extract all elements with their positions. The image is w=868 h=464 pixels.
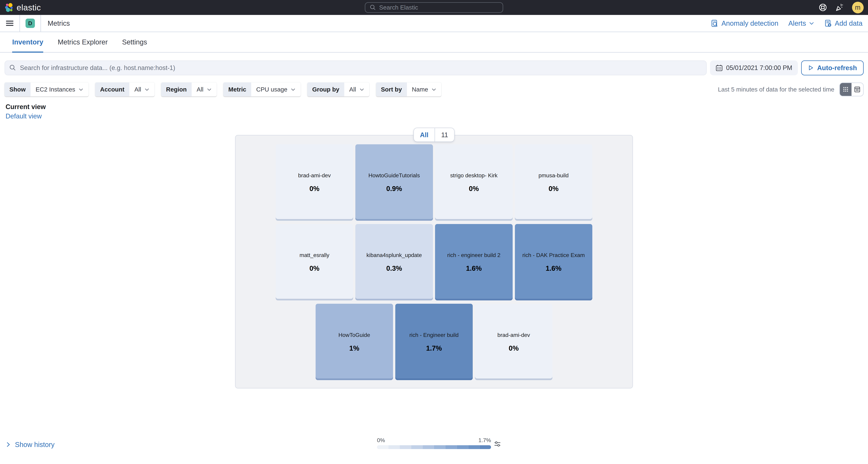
nav-left: D Metrics: [5, 15, 70, 32]
filter-label: Group by: [307, 83, 344, 96]
waffle-node-pmusa-build[interactable]: pmusa-build0%: [515, 144, 592, 221]
alerts-menu[interactable]: Alerts: [788, 20, 814, 27]
waffle-node-kibana4splunk-update[interactable]: kibana4splunk_update0.3%: [355, 224, 433, 301]
divider: [40, 15, 41, 32]
help-icon[interactable]: [819, 3, 827, 12]
node-name: HowToGuide: [335, 332, 373, 338]
table-view-toggle[interactable]: [851, 83, 863, 96]
waffle-node-rich-engineer-build[interactable]: rich - Engineer build1.7%: [395, 304, 473, 380]
chevron-right-icon: [5, 442, 11, 447]
group-toggle-count[interactable]: 11: [435, 128, 454, 142]
filter-value-dropdown[interactable]: All: [344, 83, 369, 96]
waffle-node-brad-ami-dev[interactable]: brad-ami-dev0%: [475, 304, 552, 380]
waffle-node-rich-engineer-build-2[interactable]: rich - engineer build 21.6%: [435, 224, 513, 301]
infra-search-input[interactable]: Search for infrastructure data... (e.g. …: [4, 60, 707, 75]
filter-value-dropdown[interactable]: EC2 Instances: [31, 83, 88, 96]
filter-show[interactable]: ShowEC2 Instances: [4, 83, 89, 96]
filter-group-by[interactable]: Group byAll: [307, 83, 369, 96]
filter-row: ShowEC2 InstancesAccountAllRegionAllMetr…: [4, 83, 864, 96]
filter-value-text: Name: [412, 86, 428, 93]
legend-gradient-bar[interactable]: [377, 445, 491, 449]
node-value: 0%: [309, 265, 319, 272]
global-search-placeholder: Search Elastic: [379, 4, 418, 11]
node-name: brad-ami-dev: [295, 172, 334, 179]
group-toggle: All 11: [414, 128, 454, 142]
filter-metric[interactable]: MetricCPU usage: [223, 83, 301, 96]
node-value: 0.3%: [386, 265, 402, 272]
elastic-logo-icon: [4, 3, 14, 12]
divider: [20, 15, 20, 32]
filter-value-dropdown[interactable]: All: [192, 83, 217, 96]
tile-row: brad-ami-dev0%HowtoGuideTutorials0.9%str…: [276, 144, 592, 221]
node-value: 1%: [349, 344, 359, 352]
node-name: pmusa-build: [535, 172, 572, 179]
legend-step: [389, 445, 400, 449]
add-data-link[interactable]: Add data: [824, 20, 863, 27]
global-search-input[interactable]: Search Elastic: [365, 2, 503, 13]
filter-value-dropdown[interactable]: CPU usage: [251, 83, 301, 96]
filter-value-dropdown[interactable]: Name: [407, 83, 441, 96]
node-name: brad-ami-dev: [494, 332, 533, 338]
show-history-link[interactable]: Show history: [5, 441, 55, 448]
avatar[interactable]: m: [852, 2, 864, 13]
menu-icon[interactable]: [5, 19, 14, 27]
node-name: rich - DAK Practice Exam: [519, 252, 588, 258]
auto-refresh-button[interactable]: Auto-refresh: [801, 60, 864, 75]
waffle-map-icon: [843, 86, 849, 92]
auto-refresh-label: Auto-refresh: [817, 64, 857, 72]
tab-inventory[interactable]: Inventory: [12, 32, 43, 52]
filter-value-dropdown[interactable]: All: [129, 83, 154, 96]
default-view-link[interactable]: Default view: [5, 112, 868, 120]
filter-right: Last 5 minutes of data for the selected …: [718, 83, 864, 96]
filter-account[interactable]: AccountAll: [95, 83, 155, 96]
filter-value-text: EC2 Instances: [36, 86, 75, 93]
anomaly-detection-link[interactable]: Anomaly detection: [711, 20, 778, 27]
chevron-down-icon: [290, 87, 296, 92]
newsfeed-icon[interactable]: [835, 3, 844, 12]
date-picker-value: 05/01/2021 7:00:00 PM: [726, 64, 792, 71]
filter-sort-by[interactable]: Sort byName: [376, 83, 441, 96]
waffle-node-rich-dak-practice-exam[interactable]: rich - DAK Practice Exam1.6%: [515, 224, 592, 301]
space-badge[interactable]: D: [26, 19, 35, 28]
date-picker[interactable]: 05/01/2021 7:00:00 PM: [710, 60, 798, 75]
waffle-node-matt-esrally[interactable]: matt_esrally0%: [276, 224, 353, 301]
view-block: Current view Default view: [5, 103, 868, 120]
map-view-toggle[interactable]: [840, 83, 851, 96]
waffle-node-howtoguidetutorials[interactable]: HowtoGuideTutorials0.9%: [355, 144, 433, 221]
waffle-node-howtoguide[interactable]: HowToGuide1%: [316, 304, 393, 380]
legend-step: [377, 445, 389, 449]
breadcrumb: Metrics: [48, 20, 70, 27]
elastic-logo[interactable]: elastic: [4, 3, 41, 12]
show-history-label: Show history: [15, 441, 55, 448]
group-toggle-all[interactable]: All: [414, 128, 435, 142]
node-value: 0%: [509, 344, 519, 352]
node-value: 1.6%: [466, 265, 482, 272]
legend-step: [457, 445, 468, 449]
chevron-down-icon: [79, 87, 84, 92]
filter-value-text: All: [349, 86, 356, 93]
metrics-inventory-page: elastic Search Elastic: [0, 0, 868, 454]
waffle-node-brad-ami-dev[interactable]: brad-ami-dev0%: [276, 144, 353, 221]
waffle-node-strigo-desktop-kirk[interactable]: strigo desktop- Kirk0%: [435, 144, 513, 221]
view-mode-toggle: [839, 83, 864, 96]
filters: ShowEC2 InstancesAccountAllRegionAllMetr…: [4, 83, 441, 96]
filter-value-text: All: [197, 86, 204, 93]
filter-label: Account: [95, 83, 129, 96]
node-value: 1.6%: [546, 265, 561, 272]
tab-settings[interactable]: Settings: [122, 32, 147, 52]
legend-step: [468, 445, 479, 449]
node-name: HowtoGuideTutorials: [365, 172, 423, 179]
chevron-down-icon: [207, 87, 212, 92]
nav-actions: Anomaly detection Alerts Add data: [711, 20, 863, 27]
legend-settings-icon[interactable]: [494, 439, 501, 450]
tile-row: matt_esrally0%kibana4splunk_update0.3%ri…: [276, 224, 592, 301]
alerts-label: Alerts: [788, 20, 806, 27]
filter-label: Metric: [223, 83, 251, 96]
legend-step: [400, 445, 411, 449]
tab-metrics-explorer[interactable]: Metrics Explorer: [58, 32, 107, 52]
filter-region[interactable]: RegionAll: [161, 83, 217, 96]
node-value: 0.9%: [386, 185, 402, 193]
query-row: Search for infrastructure data... (e.g. …: [4, 60, 864, 75]
tile-row: HowToGuide1%rich - Engineer build1.7%bra…: [316, 304, 553, 380]
header-actions: m: [819, 2, 864, 13]
